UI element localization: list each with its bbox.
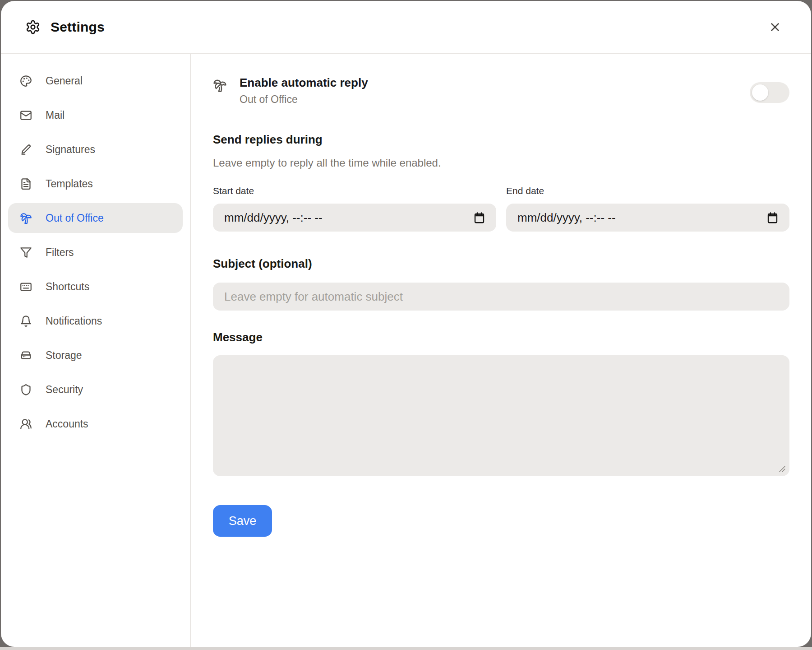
sidebar-item-storage[interactable]: Storage xyxy=(8,340,183,370)
close-button[interactable] xyxy=(765,17,785,37)
send-replies-heading: Send replies during xyxy=(213,133,789,147)
enable-automatic-reply-title: Enable automatic reply xyxy=(240,76,368,90)
sidebar-item-label: Templates xyxy=(46,178,93,190)
sidebar-item-label: Signatures xyxy=(46,144,95,156)
mail-icon xyxy=(20,109,32,121)
sidebar-item-templates[interactable]: Templates xyxy=(8,169,183,199)
message-heading: Message xyxy=(213,330,789,344)
automatic-reply-toggle[interactable] xyxy=(750,82,789,103)
start-date-value: mm/dd/yyyy, --:-- -- xyxy=(224,211,323,225)
send-replies-helper-text: Leave empty to reply all the time while … xyxy=(213,157,789,169)
gear-icon xyxy=(25,19,41,35)
message-textarea[interactable] xyxy=(213,355,789,476)
users-icon xyxy=(20,418,32,430)
bell-icon xyxy=(20,315,32,327)
sidebar-item-label: Accounts xyxy=(46,418,88,430)
sidebar-item-mail[interactable]: Mail xyxy=(8,100,183,130)
enable-automatic-reply-subtitle: Out of Office xyxy=(240,93,368,106)
sidebar-item-label: Shortcuts xyxy=(46,281,89,293)
dialog-header: Settings xyxy=(1,1,811,54)
sidebar-item-notifications[interactable]: Notifications xyxy=(8,306,183,336)
sidebar-item-security[interactable]: Security xyxy=(8,375,183,404)
start-date-label: Start date xyxy=(213,186,496,196)
sidebar-item-label: Mail xyxy=(46,109,65,121)
sidebar-item-shortcuts[interactable]: Shortcuts xyxy=(8,272,183,302)
keyboard-icon xyxy=(20,281,32,293)
toggle-knob xyxy=(752,84,768,101)
shield-icon xyxy=(20,384,32,396)
palm-tree-icon xyxy=(213,79,227,93)
funnel-icon xyxy=(20,246,32,259)
calendar-icon[interactable] xyxy=(473,212,485,224)
sidebar-item-label: Filters xyxy=(46,246,74,259)
sidebar-item-out-of-office[interactable]: Out of Office xyxy=(8,203,183,233)
sidebar-item-accounts[interactable]: Accounts xyxy=(8,409,183,439)
sidebar-item-label: Out of Office xyxy=(46,212,104,224)
enable-automatic-reply-row: Enable automatic reply Out of Office xyxy=(213,76,789,106)
out-of-office-panel: Enable automatic reply Out of Office Sen… xyxy=(191,54,811,647)
palette-icon xyxy=(20,75,32,87)
sidebar-item-general[interactable]: General xyxy=(8,66,183,96)
dialog-title: Settings xyxy=(51,19,105,35)
end-date-input[interactable]: mm/dd/yyyy, --:-- -- xyxy=(506,204,789,232)
file-text-icon xyxy=(20,178,32,190)
settings-dialog: Settings General xyxy=(1,1,811,647)
close-icon xyxy=(768,20,782,34)
save-button[interactable]: Save xyxy=(213,505,272,537)
hard-drive-icon xyxy=(20,349,32,362)
subject-input[interactable] xyxy=(213,283,789,311)
sidebar-item-filters[interactable]: Filters xyxy=(8,237,183,267)
end-date-label: End date xyxy=(506,186,789,196)
start-date-input[interactable]: mm/dd/yyyy, --:-- -- xyxy=(213,204,496,232)
pen-line-icon xyxy=(20,144,32,156)
calendar-icon[interactable] xyxy=(766,212,779,224)
sidebar-item-label: Storage xyxy=(46,349,82,362)
sidebar-item-label: Notifications xyxy=(46,315,102,327)
palm-tree-icon xyxy=(20,212,32,224)
sidebar-item-signatures[interactable]: Signatures xyxy=(8,135,183,164)
sidebar-item-label: General xyxy=(46,75,83,87)
end-date-value: mm/dd/yyyy, --:-- -- xyxy=(517,211,616,225)
sidebar-item-label: Security xyxy=(46,384,83,396)
settings-sidebar: General Mail Signature xyxy=(1,54,191,647)
subject-heading: Subject (optional) xyxy=(213,257,789,271)
